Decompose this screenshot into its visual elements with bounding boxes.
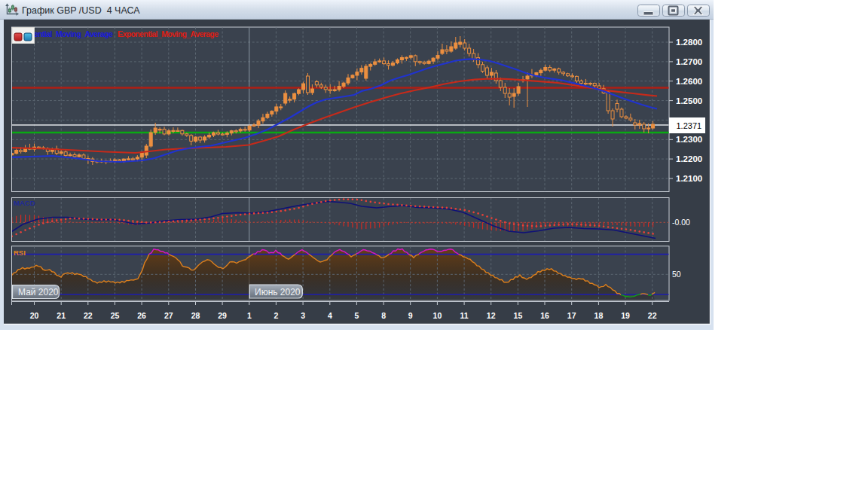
svg-text:1: 1	[247, 311, 252, 320]
svg-text:1.2700: 1.2700	[676, 57, 702, 66]
svg-text:16: 16	[540, 311, 549, 320]
svg-text:ential_Moving_Average: ential_Moving_Average	[34, 29, 113, 38]
svg-text:1.2300: 1.2300	[676, 135, 702, 144]
svg-text:Exponential_Moving_Average: Exponential_Moving_Average	[118, 29, 219, 38]
svg-text:1.2371: 1.2371	[677, 121, 702, 130]
svg-text:1.2100: 1.2100	[676, 174, 702, 183]
svg-text:19: 19	[621, 311, 630, 320]
svg-text:-0.00: -0.00	[672, 218, 690, 227]
svg-text:20: 20	[30, 311, 39, 320]
svg-text:1.2500: 1.2500	[676, 96, 702, 105]
svg-text:28: 28	[191, 311, 200, 320]
svg-text:Май 2020: Май 2020	[18, 287, 59, 297]
svg-text:17: 17	[567, 311, 576, 320]
svg-text:22: 22	[648, 311, 657, 320]
svg-text:27: 27	[164, 311, 173, 320]
svg-text:50: 50	[672, 270, 681, 279]
svg-text:15: 15	[514, 311, 523, 320]
svg-text:18: 18	[594, 311, 604, 320]
svg-text:22: 22	[84, 311, 93, 320]
svg-text:1.2800: 1.2800	[676, 38, 702, 47]
svg-text:RSI: RSI	[14, 249, 26, 257]
svg-text:11: 11	[460, 311, 469, 320]
svg-text:9: 9	[408, 311, 413, 320]
svg-text:1.2600: 1.2600	[676, 77, 702, 86]
svg-text:8: 8	[381, 311, 386, 320]
svg-text:График GBP /USD 4 ЧАСА: График GBP /USD 4 ЧАСА	[22, 5, 140, 16]
svg-text:29: 29	[218, 311, 227, 320]
svg-text:4: 4	[328, 311, 332, 320]
svg-text:21: 21	[57, 311, 66, 320]
svg-text:1.2200: 1.2200	[676, 154, 702, 163]
svg-text:3: 3	[301, 311, 305, 320]
svg-text:25: 25	[111, 311, 120, 320]
svg-text:MACD: MACD	[14, 199, 35, 207]
svg-text:Июнь 2020: Июнь 2020	[255, 287, 301, 297]
svg-text:26: 26	[137, 311, 146, 320]
svg-text:12: 12	[487, 311, 496, 320]
svg-text:2: 2	[274, 311, 278, 320]
svg-text:5: 5	[354, 311, 359, 320]
svg-text:10: 10	[433, 311, 442, 320]
